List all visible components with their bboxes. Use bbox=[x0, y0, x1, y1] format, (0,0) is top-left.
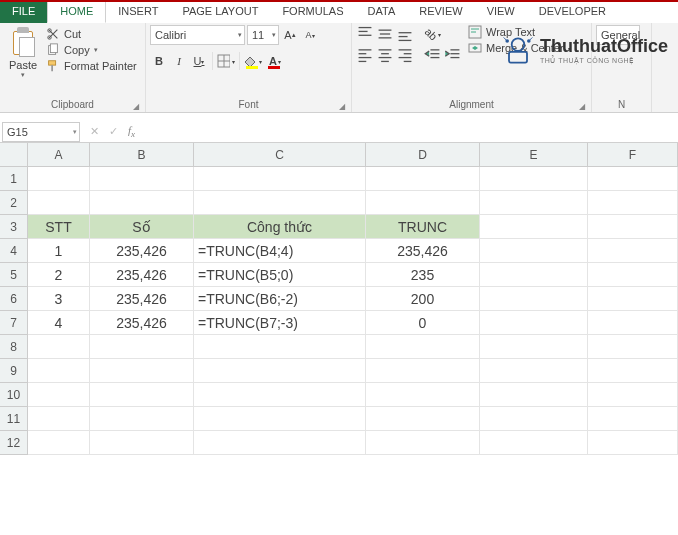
cell[interactable] bbox=[480, 311, 588, 335]
cell[interactable] bbox=[588, 191, 678, 215]
enter-formula-icon[interactable]: ✓ bbox=[109, 125, 118, 138]
cell[interactable] bbox=[194, 383, 366, 407]
cell[interactable]: 235,426 bbox=[90, 311, 194, 335]
cell[interactable]: 0 bbox=[366, 311, 480, 335]
formula-input[interactable] bbox=[135, 122, 678, 142]
cell[interactable] bbox=[28, 167, 90, 191]
cell[interactable] bbox=[90, 407, 194, 431]
cell[interactable] bbox=[588, 167, 678, 191]
cell[interactable] bbox=[366, 167, 480, 191]
cell[interactable] bbox=[90, 359, 194, 383]
row-header[interactable]: 12 bbox=[0, 431, 28, 455]
cell[interactable]: =TRUNC(B6;-2) bbox=[194, 287, 366, 311]
row-header[interactable]: 1 bbox=[0, 167, 28, 191]
cell[interactable] bbox=[480, 287, 588, 311]
cell[interactable] bbox=[480, 191, 588, 215]
cell[interactable]: STT bbox=[28, 215, 90, 239]
cell[interactable] bbox=[90, 383, 194, 407]
cell[interactable] bbox=[588, 359, 678, 383]
row-header[interactable]: 11 bbox=[0, 407, 28, 431]
cell[interactable] bbox=[194, 431, 366, 455]
align-center-button[interactable] bbox=[376, 46, 394, 64]
cell[interactable] bbox=[366, 335, 480, 359]
bold-button[interactable]: B bbox=[150, 52, 168, 70]
cell[interactable] bbox=[480, 359, 588, 383]
row-header[interactable]: 10 bbox=[0, 383, 28, 407]
font-size-select[interactable]: 11▾ bbox=[247, 25, 279, 45]
paste-dropdown-icon[interactable]: ▾ bbox=[21, 71, 25, 79]
cell[interactable] bbox=[480, 239, 588, 263]
cell[interactable] bbox=[480, 215, 588, 239]
clipboard-launcher-icon[interactable]: ◢ bbox=[133, 102, 139, 111]
cell[interactable] bbox=[588, 407, 678, 431]
col-header-f[interactable]: F bbox=[588, 143, 678, 167]
cell[interactable]: 1 bbox=[28, 239, 90, 263]
merge-center-button[interactable]: Merge & Center ▾ bbox=[468, 41, 571, 55]
cell[interactable] bbox=[480, 431, 588, 455]
cell[interactable] bbox=[366, 359, 480, 383]
cell[interactable] bbox=[194, 191, 366, 215]
cell[interactable] bbox=[480, 407, 588, 431]
cell[interactable] bbox=[480, 335, 588, 359]
cell[interactable] bbox=[90, 335, 194, 359]
align-right-button[interactable] bbox=[396, 46, 414, 64]
cell[interactable] bbox=[90, 191, 194, 215]
cell[interactable] bbox=[28, 359, 90, 383]
wrap-text-button[interactable]: Wrap Text bbox=[468, 25, 571, 39]
decrease-indent-button[interactable] bbox=[424, 46, 442, 64]
cell[interactable]: =TRUNC(B4;4) bbox=[194, 239, 366, 263]
col-header-a[interactable]: A bbox=[28, 143, 90, 167]
tab-file[interactable]: FILE bbox=[0, 2, 47, 23]
tab-formulas[interactable]: FORMULAS bbox=[270, 2, 355, 23]
cell[interactable] bbox=[588, 239, 678, 263]
fx-icon[interactable]: fx bbox=[128, 124, 135, 139]
font-launcher-icon[interactable]: ◢ bbox=[339, 102, 345, 111]
cell[interactable] bbox=[194, 167, 366, 191]
cell[interactable]: 235,426 bbox=[90, 239, 194, 263]
cell[interactable] bbox=[588, 335, 678, 359]
cut-button[interactable]: Cut bbox=[46, 27, 137, 41]
cell[interactable]: 235 bbox=[366, 263, 480, 287]
cell[interactable] bbox=[588, 431, 678, 455]
col-header-d[interactable]: D bbox=[366, 143, 480, 167]
row-header[interactable]: 2 bbox=[0, 191, 28, 215]
cell[interactable] bbox=[588, 383, 678, 407]
cell[interactable] bbox=[588, 215, 678, 239]
row-header[interactable]: 3 bbox=[0, 215, 28, 239]
borders-button[interactable]: ▾ bbox=[217, 51, 235, 71]
cell[interactable] bbox=[194, 407, 366, 431]
format-painter-button[interactable]: Format Painter bbox=[46, 59, 137, 73]
cell[interactable] bbox=[90, 431, 194, 455]
tab-data[interactable]: DATA bbox=[356, 2, 408, 23]
cell[interactable] bbox=[366, 191, 480, 215]
cell[interactable] bbox=[194, 359, 366, 383]
spreadsheet-grid[interactable]: A B C D E F 1 2 3 STT Số Công thức TRUNC… bbox=[0, 143, 678, 455]
cell[interactable]: 200 bbox=[366, 287, 480, 311]
row-header[interactable]: 6 bbox=[0, 287, 28, 311]
cell[interactable]: Số bbox=[90, 215, 194, 239]
cell[interactable] bbox=[194, 335, 366, 359]
row-header[interactable]: 8 bbox=[0, 335, 28, 359]
row-header[interactable]: 4 bbox=[0, 239, 28, 263]
cell[interactable] bbox=[480, 383, 588, 407]
cell[interactable]: 2 bbox=[28, 263, 90, 287]
cell[interactable] bbox=[480, 167, 588, 191]
cell[interactable] bbox=[480, 263, 588, 287]
underline-button[interactable]: U ▾ bbox=[190, 52, 208, 70]
alignment-launcher-icon[interactable]: ◢ bbox=[579, 102, 585, 111]
italic-button[interactable]: I bbox=[170, 52, 188, 70]
name-box[interactable]: G15▾ bbox=[2, 122, 80, 142]
cell[interactable] bbox=[588, 311, 678, 335]
cell[interactable]: 235,426 bbox=[90, 263, 194, 287]
cell[interactable]: 4 bbox=[28, 311, 90, 335]
cell[interactable] bbox=[28, 335, 90, 359]
cell[interactable]: 235,426 bbox=[90, 287, 194, 311]
cell[interactable] bbox=[28, 383, 90, 407]
align-top-button[interactable] bbox=[356, 25, 374, 43]
cell[interactable] bbox=[366, 407, 480, 431]
cell[interactable]: =TRUNC(B5;0) bbox=[194, 263, 366, 287]
tab-developer[interactable]: DEVELOPER bbox=[527, 2, 618, 23]
tab-page-layout[interactable]: PAGE LAYOUT bbox=[170, 2, 270, 23]
tab-review[interactable]: REVIEW bbox=[407, 2, 474, 23]
align-bottom-button[interactable] bbox=[396, 25, 414, 43]
